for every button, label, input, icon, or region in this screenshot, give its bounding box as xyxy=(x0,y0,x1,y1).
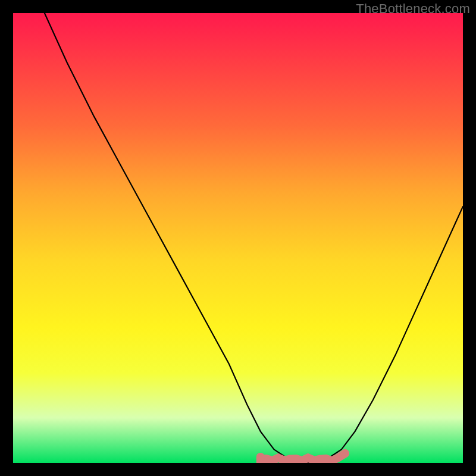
chart-frame xyxy=(0,0,476,476)
watermark: TheBottleneck.com xyxy=(356,1,470,17)
